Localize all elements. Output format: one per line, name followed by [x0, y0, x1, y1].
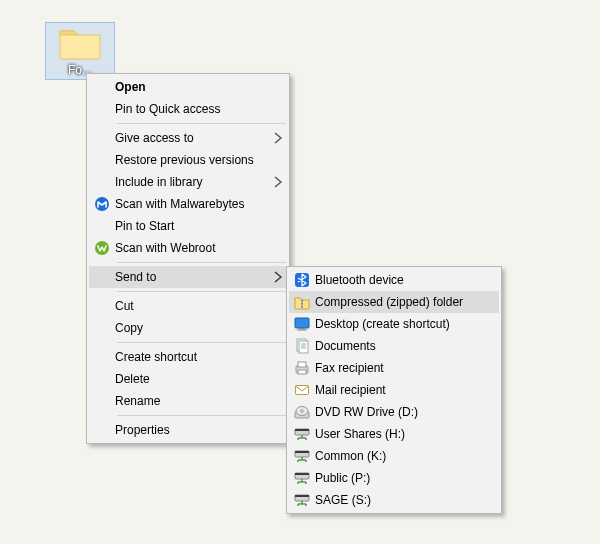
menu-item-mail[interactable]: Mail recipient — [289, 379, 499, 401]
mail-icon — [289, 382, 315, 398]
malwarebytes-icon — [89, 196, 115, 212]
bluetooth-icon — [289, 272, 315, 288]
menu-item-label: Send to — [115, 270, 269, 284]
menu-item-compressed-folder[interactable]: Compressed (zipped) folder — [289, 291, 499, 313]
menu-item-public[interactable]: Public (P:) — [289, 467, 499, 489]
menu-item-pin-quick-access[interactable]: Pin to Quick access — [89, 98, 287, 120]
menu-item-cut[interactable]: Cut — [89, 295, 287, 317]
menu-item-scan-malwarebytes[interactable]: Scan with Malwarebytes — [89, 193, 287, 215]
svg-rect-9 — [297, 330, 307, 331]
webroot-icon — [89, 240, 115, 256]
zip-folder-icon — [289, 294, 315, 310]
menu-item-open[interactable]: Open — [89, 76, 287, 98]
menu-item-label: Scan with Malwarebytes — [115, 197, 269, 211]
menu-item-label: User Shares (H:) — [315, 427, 481, 441]
folder-icon — [48, 25, 112, 61]
menu-item-label: SAGE (S:) — [315, 493, 481, 507]
menu-item-label: Pin to Start — [115, 219, 269, 233]
menu-item-documents[interactable]: Documents — [289, 335, 499, 357]
svg-point-21 — [301, 410, 304, 413]
menu-item-label: Include in library — [115, 175, 269, 189]
svg-rect-17 — [298, 370, 306, 374]
menu-item-user-shares[interactable]: User Shares (H:) — [289, 423, 499, 445]
menu-item-label: Desktop (create shortcut) — [315, 317, 481, 331]
menu-item-properties[interactable]: Properties — [89, 419, 287, 441]
network-drive-icon — [289, 448, 315, 464]
menu-item-label: Restore previous versions — [115, 153, 269, 167]
menu-item-label: Copy — [115, 321, 269, 335]
menu-item-restore-previous[interactable]: Restore previous versions — [89, 149, 287, 171]
menu-item-dvd-rw[interactable]: DVD RW Drive (D:) — [289, 401, 499, 423]
submenu-arrow-icon — [269, 130, 287, 146]
menu-item-label: Give access to — [115, 131, 269, 145]
network-drive-icon — [289, 426, 315, 442]
menu-item-bluetooth[interactable]: Bluetooth device — [289, 269, 499, 291]
menu-item-fax[interactable]: Fax recipient — [289, 357, 499, 379]
menu-item-label: Scan with Webroot — [115, 241, 269, 255]
documents-icon — [289, 338, 315, 354]
svg-rect-35 — [295, 473, 309, 475]
menu-item-sage[interactable]: SAGE (S:) — [289, 489, 499, 511]
svg-rect-23 — [295, 429, 309, 431]
svg-rect-8 — [299, 328, 305, 330]
dvd-drive-icon — [289, 404, 315, 420]
menu-item-label: Cut — [115, 299, 269, 313]
menu-item-label: Mail recipient — [315, 383, 481, 397]
network-drive-icon — [289, 492, 315, 508]
menu-item-delete[interactable]: Delete — [89, 368, 287, 390]
menu-item-rename[interactable]: Rename — [89, 390, 287, 412]
network-drive-icon — [289, 470, 315, 486]
menu-item-label: Properties — [115, 423, 269, 437]
fax-icon — [289, 360, 315, 376]
menu-item-label: Bluetooth device — [315, 273, 481, 287]
menu-item-label: Public (P:) — [315, 471, 481, 485]
menu-separator — [117, 262, 286, 263]
svg-rect-7 — [295, 318, 309, 328]
svg-rect-16 — [298, 362, 306, 367]
menu-item-label: Fax recipient — [315, 361, 481, 375]
desktop-folder-selected[interactable]: Fo... — [45, 22, 115, 80]
menu-separator — [117, 415, 286, 416]
menu-item-give-access-to[interactable]: Give access to — [89, 127, 287, 149]
desktop-icon — [289, 316, 315, 332]
submenu-arrow-icon — [269, 174, 287, 190]
svg-rect-11 — [299, 341, 308, 353]
menu-item-include-in-library[interactable]: Include in library — [89, 171, 287, 193]
menu-item-desktop-shortcut[interactable]: Desktop (create shortcut) — [289, 313, 499, 335]
menu-item-label: DVD RW Drive (D:) — [315, 405, 481, 419]
menu-item-label: Common (K:) — [315, 449, 481, 463]
svg-rect-6 — [301, 306, 303, 308]
svg-rect-41 — [295, 495, 309, 497]
menu-item-label: Rename — [115, 394, 269, 408]
menu-item-label: Open — [115, 80, 269, 94]
menu-separator — [117, 342, 286, 343]
menu-item-pin-to-start[interactable]: Pin to Start — [89, 215, 287, 237]
svg-rect-5 — [301, 303, 303, 305]
menu-item-common[interactable]: Common (K:) — [289, 445, 499, 467]
context-menu: Open Pin to Quick access Give access to … — [86, 73, 290, 444]
menu-item-label: Compressed (zipped) folder — [315, 295, 481, 309]
menu-item-scan-webroot[interactable]: Scan with Webroot — [89, 237, 287, 259]
menu-item-copy[interactable]: Copy — [89, 317, 287, 339]
menu-item-send-to[interactable]: Send to — [89, 266, 287, 288]
menu-item-label: Pin to Quick access — [115, 102, 269, 116]
svg-rect-18 — [296, 386, 309, 395]
send-to-submenu: Bluetooth device Compressed (zipped) fol… — [286, 266, 502, 514]
menu-separator — [117, 123, 286, 124]
menu-separator — [117, 291, 286, 292]
menu-item-label: Create shortcut — [115, 350, 269, 364]
submenu-arrow-icon — [269, 269, 287, 285]
menu-item-label: Documents — [315, 339, 481, 353]
svg-rect-29 — [295, 451, 309, 453]
menu-item-label: Delete — [115, 372, 269, 386]
svg-rect-4 — [301, 300, 303, 302]
menu-item-create-shortcut[interactable]: Create shortcut — [89, 346, 287, 368]
